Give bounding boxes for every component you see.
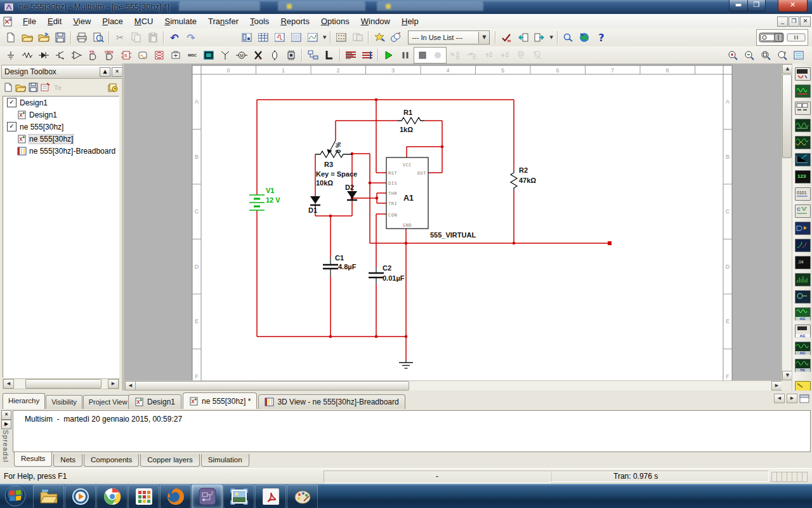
- redo-icon[interactable]: ↷: [183, 30, 199, 45]
- annotate-dropdown-arrow[interactable]: ▼: [549, 35, 553, 40]
- multimeter-icon[interactable]: [795, 67, 811, 81]
- vscroll-thumb[interactable]: [782, 74, 792, 158]
- spreadsheet-close-icon[interactable]: ✕: [1, 410, 11, 420]
- create-component-icon[interactable]: [371, 30, 388, 45]
- spreadsheet-tab-results[interactable]: Results: [14, 452, 52, 467]
- scroll-right-icon[interactable]: ▶: [771, 381, 782, 391]
- help-icon[interactable]: ?: [593, 30, 610, 45]
- back-annotate-icon[interactable]: [514, 30, 531, 45]
- menu-tools[interactable]: Tools: [244, 14, 275, 29]
- scroll-thumb[interactable]: [25, 379, 102, 389]
- new-icon[interactable]: [3, 30, 19, 45]
- taskbar-explorer-button[interactable]: [33, 485, 64, 508]
- tab-scroll-left-icon[interactable]: ◀: [774, 394, 785, 403]
- place-transistor-icon[interactable]: [52, 48, 69, 63]
- toggle-spreadsheet-icon[interactable]: [255, 30, 272, 45]
- netlist-view-icon[interactable]: [350, 30, 366, 45]
- find-icon[interactable]: [560, 30, 577, 45]
- tab-scroll-right-icon[interactable]: ▶: [787, 394, 797, 403]
- print-icon[interactable]: [74, 30, 90, 45]
- agilent-function-generator-icon[interactable]: AG: [795, 307, 811, 321]
- step-over-icon[interactable]: [463, 48, 480, 63]
- mdi-close-button[interactable]: ✕: [800, 17, 811, 27]
- dock-window-icon[interactable]: [799, 394, 809, 403]
- place-rf-icon[interactable]: [217, 48, 233, 63]
- logic-converter-icon[interactable]: [795, 222, 811, 235]
- taskbar-media-player-button[interactable]: [65, 485, 96, 508]
- run-stop-switch[interactable]: [757, 30, 785, 44]
- place-indicator-icon[interactable]: [151, 48, 167, 63]
- function-generator-icon[interactable]: [795, 84, 811, 98]
- toggle-grapher-icon[interactable]: [304, 30, 321, 45]
- panel-minimize-icon[interactable]: ▲: [100, 67, 110, 77]
- cut-icon[interactable]: ✂: [112, 30, 128, 45]
- pause-simulation-icon[interactable]: [397, 48, 414, 63]
- save-design-icon[interactable]: [29, 83, 38, 92]
- place-mcu-icon[interactable]: [283, 48, 299, 63]
- taskbar-adobe-reader-button[interactable]: [255, 485, 286, 508]
- four-channel-scope-icon[interactable]: [795, 136, 811, 149]
- toolbox-tab-visibility[interactable]: Visibility: [46, 395, 82, 409]
- place-analog-icon[interactable]: [69, 48, 85, 63]
- taskbar-multisim-button[interactable]: [192, 485, 223, 508]
- oscilloscope-icon[interactable]: [795, 119, 811, 132]
- place-misc-icon[interactable]: MISC: [184, 48, 200, 63]
- text-tool-icon[interactable]: Te: [53, 83, 63, 92]
- hscroll-thumb[interactable]: [135, 381, 409, 391]
- place-connector-icon[interactable]: [266, 48, 283, 63]
- menu-place[interactable]: Place: [96, 14, 129, 29]
- doc-tab-3d-view[interactable]: 3D View - ne 555[30hz]-Breadboard: [258, 394, 405, 409]
- distortion-analyzer-icon[interactable]: .04: [795, 256, 811, 269]
- record-icon[interactable]: [430, 48, 445, 62]
- spectrum-analyzer-icon[interactable]: [795, 273, 811, 286]
- spreadsheet-expand-icon[interactable]: ▶: [1, 420, 11, 429]
- bus-icon[interactable]: [321, 48, 337, 63]
- save-icon[interactable]: [52, 30, 69, 45]
- forward-annotate-icon[interactable]: [531, 30, 547, 45]
- open-icon[interactable]: [19, 30, 36, 45]
- grapher-icon[interactable]: [343, 48, 359, 63]
- toggle-simulation-panel-icon[interactable]: [272, 30, 288, 45]
- place-misc-digital-icon[interactable]: B: [118, 48, 134, 63]
- schematic-canvas[interactable]: 0 1 2 3 4 5 6 7 8 A B C D E F A B C D: [124, 64, 782, 391]
- spreadsheet-tab-copper-layers[interactable]: Copper layers: [140, 454, 200, 467]
- paste-icon[interactable]: [145, 30, 161, 45]
- minimize-button[interactable]: ▬: [729, 0, 748, 12]
- print-preview-icon[interactable]: [90, 30, 107, 45]
- taskbar-firefox-button[interactable]: [160, 485, 191, 508]
- fullscreen-icon[interactable]: [790, 48, 807, 63]
- run-simulation-icon[interactable]: [381, 48, 397, 63]
- mdi-minimize-button[interactable]: _: [777, 17, 788, 27]
- wattmeter-icon[interactable]: [795, 102, 811, 115]
- place-ni-icon[interactable]: ni: [250, 48, 266, 63]
- menu-window[interactable]: Window: [355, 14, 396, 29]
- zoom-out-icon[interactable]: [741, 48, 757, 63]
- place-peripheral-icon[interactable]: [200, 48, 217, 63]
- menu-mcu[interactable]: MCU: [129, 14, 159, 29]
- step-out-icon[interactable]: [480, 48, 496, 63]
- run-to-cursor-icon[interactable]: [496, 48, 513, 63]
- taskbar-chrome-button[interactable]: [96, 485, 128, 508]
- tree-item-design1-root[interactable]: ✓ Design1: [3, 97, 119, 109]
- bode-plotter-icon[interactable]: [795, 153, 811, 166]
- open-design-icon[interactable]: [15, 83, 26, 92]
- web-icon[interactable]: [577, 30, 593, 45]
- spreadsheet-tab-components[interactable]: Components: [84, 454, 139, 467]
- spreadsheet-results-area[interactable]: Multisim - martedì 20 gennaio 2015, 00:5…: [13, 410, 811, 452]
- place-diode-icon[interactable]: [36, 48, 52, 63]
- stop-simulation-icon[interactable]: [415, 48, 430, 62]
- taskbar-paint-button[interactable]: [287, 485, 318, 508]
- toolbox-tab-project-view[interactable]: Project View: [83, 395, 133, 409]
- tree-item-design1-page[interactable]: Design1: [3, 109, 119, 121]
- menu-reports[interactable]: Reports: [275, 14, 315, 29]
- close-button[interactable]: ✕: [778, 0, 808, 12]
- scroll-left-icon[interactable]: ◀: [3, 379, 14, 389]
- database-manager-icon[interactable]: [388, 30, 404, 45]
- menu-simulate[interactable]: Simulate: [159, 14, 202, 29]
- toolbox-tab-hierarchy[interactable]: Hierarchy: [3, 393, 45, 409]
- logic-analyzer-icon[interactable]: C: [795, 204, 811, 218]
- rename-page-icon[interactable]: [41, 83, 51, 92]
- maximize-button[interactable]: ❐: [747, 0, 766, 12]
- pause-at-condition-icon[interactable]: [529, 48, 546, 63]
- iv-analyzer-icon[interactable]: [795, 239, 811, 252]
